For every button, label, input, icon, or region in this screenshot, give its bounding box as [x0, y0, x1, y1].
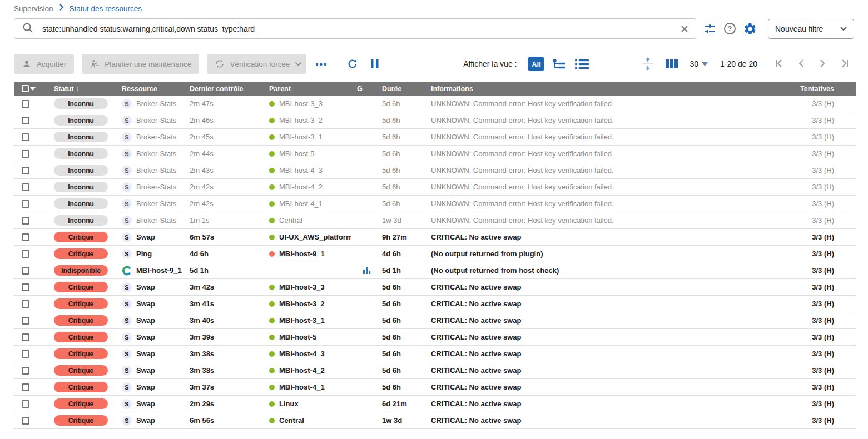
table-row[interactable]: InconnuSBroker-Stats2m 43sMBI-host-4_35d…	[14, 162, 856, 179]
table-row[interactable]: CritiqueSSwap2m 29sLinux6d 21mCRITICAL: …	[14, 396, 856, 412]
resource-name[interactable]: Broker-Stats	[136, 166, 176, 174]
resource-name[interactable]: Swap	[136, 300, 155, 308]
resource-name[interactable]: Swap	[136, 366, 155, 375]
table-row[interactable]: InconnuSBroker-Stats1m 1sCentral1w 3dUNK…	[14, 212, 856, 229]
table-row[interactable]: CritiqueSSwap3m 41sMBI-host-3_25d 6hCRIT…	[14, 296, 856, 312]
row-checkbox[interactable]	[22, 383, 29, 391]
resource-name[interactable]: Broker-Stats	[136, 149, 176, 158]
table-row[interactable]: InconnuSBroker-Stats2m 44sMBI-host-55d 6…	[14, 146, 856, 162]
settings-gear-icon[interactable]	[742, 21, 758, 37]
parent-name[interactable]: MBI-host-4_1	[279, 383, 325, 391]
resource-name[interactable]: Broker-Stats	[136, 199, 176, 208]
resource-name[interactable]: Swap	[136, 283, 155, 291]
parent-name[interactable]: MBI-host-4_3	[279, 166, 323, 174]
row-checkbox[interactable]	[22, 167, 29, 174]
parent-name[interactable]: Linux	[279, 400, 299, 408]
next-page-icon[interactable]	[812, 57, 833, 72]
parent-name[interactable]: MBI-host-3_2	[279, 300, 325, 308]
row-checkbox[interactable]	[22, 100, 29, 108]
pause-icon[interactable]	[369, 57, 381, 71]
table-row[interactable]: CritiqueSSwap3m 38sMBI-host-4_35d 6hCRIT…	[14, 346, 856, 362]
list-view-icon[interactable]	[574, 58, 590, 71]
resource-name[interactable]: Swap	[136, 333, 155, 341]
parent-name[interactable]: MBI-host-5	[279, 333, 316, 341]
prev-page-icon[interactable]	[791, 57, 812, 72]
header-parent[interactable]: Parent	[264, 85, 351, 93]
resource-name[interactable]: Swap	[136, 316, 155, 325]
acknowledge-button[interactable]: Acquitter	[14, 54, 74, 74]
breadcrumb-current-page[interactable]: Statut des ressources	[70, 4, 142, 13]
row-checkbox[interactable]	[22, 333, 29, 341]
header-resource[interactable]: Ressource	[116, 85, 184, 93]
resource-name[interactable]: Broker-Stats	[136, 99, 176, 108]
header-tries[interactable]: Tentatives	[784, 85, 856, 93]
forced-check-button[interactable]: Vérification forcée	[207, 54, 306, 74]
resource-name[interactable]: Swap	[136, 233, 155, 241]
resource-name[interactable]: MBI-host-9_1	[136, 266, 182, 275]
table-row[interactable]: InconnuSBroker-Stats2m 42sMBI-host-4_15d…	[14, 196, 856, 212]
parent-name[interactable]: MBI-host-4_3	[279, 350, 325, 358]
row-checkbox[interactable]	[22, 350, 29, 358]
row-checkbox[interactable]	[22, 417, 29, 425]
row-checkbox[interactable]	[22, 267, 29, 275]
parent-name[interactable]: UI-UX_AWS_platform	[279, 233, 351, 241]
first-page-icon[interactable]	[767, 57, 791, 72]
parent-name[interactable]: Central	[279, 416, 304, 425]
row-checkbox[interactable]	[22, 217, 29, 225]
table-row[interactable]: CritiqueSSwap3m 40sMBI-host-3_15d 6hCRIT…	[14, 312, 856, 329]
row-density-icon[interactable]	[641, 56, 655, 72]
row-checkbox[interactable]	[22, 367, 29, 375]
more-actions-icon[interactable]: •••	[315, 59, 328, 69]
last-page-icon[interactable]	[833, 57, 856, 72]
table-row[interactable]: CritiqueSSwap6m 57sUI-UX_AWS_platform9h …	[14, 229, 856, 246]
parent-name[interactable]: MBI-host-5	[279, 149, 315, 158]
clear-search-icon[interactable]	[679, 23, 690, 34]
table-row[interactable]: CritiqueSSwap3m 38sMBI-host-4_25d 6hCRIT…	[14, 362, 856, 379]
view-all-button[interactable]: All	[528, 57, 544, 71]
row-checkbox[interactable]	[22, 133, 29, 141]
row-checkbox[interactable]	[22, 117, 29, 124]
resource-name[interactable]: Ping	[136, 250, 152, 258]
row-checkbox[interactable]	[22, 233, 29, 241]
table-row[interactable]: InconnuSBroker-Stats2m 42sMBI-host-4_25d…	[14, 179, 856, 196]
columns-icon[interactable]	[664, 57, 679, 71]
saved-filter-select[interactable]: Nouveau filtre	[768, 19, 854, 39]
parent-name[interactable]: MBI-host-3_3	[279, 283, 325, 291]
resource-name[interactable]: Swap	[136, 416, 155, 425]
search-input[interactable]	[42, 24, 679, 33]
breadcrumb-supervision[interactable]: Supervision	[14, 4, 53, 13]
row-checkbox[interactable]	[22, 283, 29, 291]
parent-name[interactable]: MBI-host-4_2	[279, 366, 325, 375]
search-box[interactable]	[14, 18, 696, 39]
rows-per-page-select[interactable]: 30	[690, 59, 708, 68]
help-icon[interactable]: ?	[723, 22, 737, 36]
row-checkbox[interactable]	[22, 317, 29, 325]
table-row[interactable]: CritiqueSSwap3m 39sMBI-host-55d 6hCRITIC…	[14, 329, 856, 346]
table-row[interactable]: CritiqueSSwap3m 42sMBI-host-3_35d 6hCRIT…	[14, 279, 856, 296]
header-duration[interactable]: Durée	[376, 85, 425, 93]
resource-name[interactable]: Broker-Stats	[136, 216, 176, 225]
header-last-check[interactable]: Dernier contrôle	[184, 85, 264, 93]
graph-icon[interactable]	[363, 267, 371, 275]
table-row[interactable]: InconnuSBroker-Stats2m 47sMBI-host-3_35d…	[14, 96, 856, 112]
resource-name[interactable]: Swap	[136, 350, 155, 358]
row-checkbox[interactable]	[22, 150, 29, 158]
refresh-icon[interactable]	[345, 57, 360, 71]
resource-name[interactable]: Broker-Stats	[136, 116, 176, 124]
table-row[interactable]: CritiqueSPing4d 6hMBI-host-9_14d 6h(No o…	[14, 246, 856, 262]
table-row[interactable]: CritiqueSSwap3m 37sMBI-host-4_15d 6hCRIT…	[14, 379, 856, 396]
header-status[interactable]: Statut ↑	[48, 84, 116, 93]
parent-name[interactable]: MBI-host-4_2	[279, 183, 323, 191]
row-checkbox[interactable]	[22, 400, 29, 408]
header-information[interactable]: Informations	[425, 85, 784, 93]
header-graph[interactable]: G	[351, 85, 376, 93]
table-row[interactable]: InconnuSBroker-Stats2m 46sMBI-host-3_25d…	[14, 112, 856, 129]
table-row[interactable]: IndisponibleMBI-host-9_15d 1h5d 1h(No ou…	[14, 262, 856, 279]
select-all-checkbox[interactable]	[22, 85, 29, 92]
plan-maintenance-button[interactable]: Planifier une maintenance	[82, 54, 199, 74]
resource-name[interactable]: Broker-Stats	[136, 183, 176, 191]
resource-name[interactable]: Broker-Stats	[136, 133, 176, 141]
table-row[interactable]: CritiqueSSwap6m 56sCentral1w 3dCRITICAL:…	[14, 412, 856, 429]
row-checkbox[interactable]	[22, 250, 29, 258]
parent-name[interactable]: MBI-host-3_1	[279, 133, 323, 141]
